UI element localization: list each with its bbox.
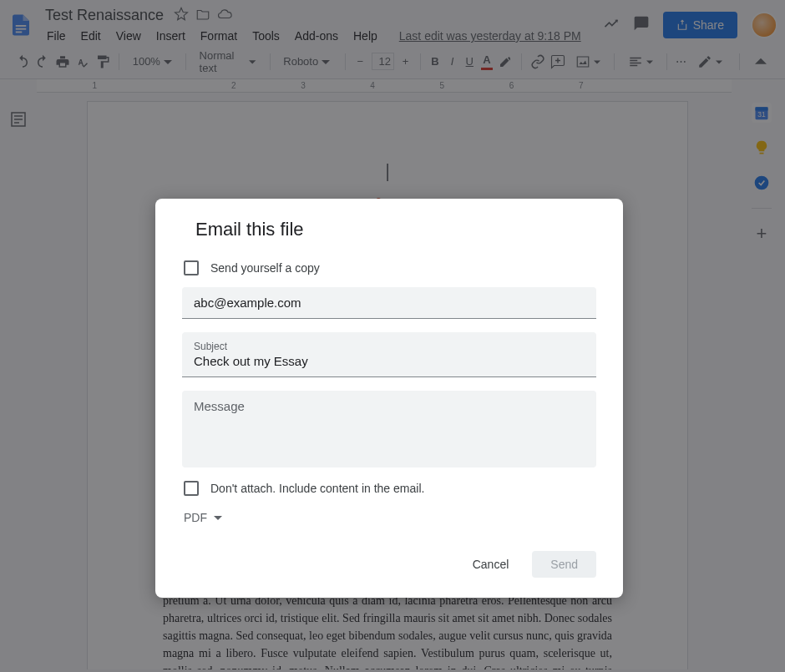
message-input[interactable] — [194, 399, 585, 457]
format-value: PDF — [184, 511, 207, 524]
dont-attach-checkbox[interactable] — [184, 481, 199, 496]
cancel-button[interactable]: Cancel — [458, 551, 524, 578]
send-button[interactable]: Send — [532, 551, 596, 578]
subject-field[interactable]: Subject — [182, 332, 596, 377]
format-dropdown[interactable]: PDF — [182, 508, 596, 528]
recipient-field[interactable] — [182, 287, 596, 319]
email-file-dialog: Email this file Send yourself a copy Sub… — [155, 199, 623, 598]
send-copy-checkbox[interactable] — [184, 260, 199, 275]
subject-label: Subject — [194, 341, 585, 352]
dialog-title: Email this file — [195, 219, 596, 240]
message-field[interactable] — [182, 391, 596, 467]
recipient-input[interactable] — [194, 296, 585, 310]
subject-input[interactable] — [194, 354, 585, 368]
send-copy-label: Send yourself a copy — [210, 261, 320, 275]
dont-attach-label: Don't attach. Include content in the ema… — [210, 482, 424, 495]
